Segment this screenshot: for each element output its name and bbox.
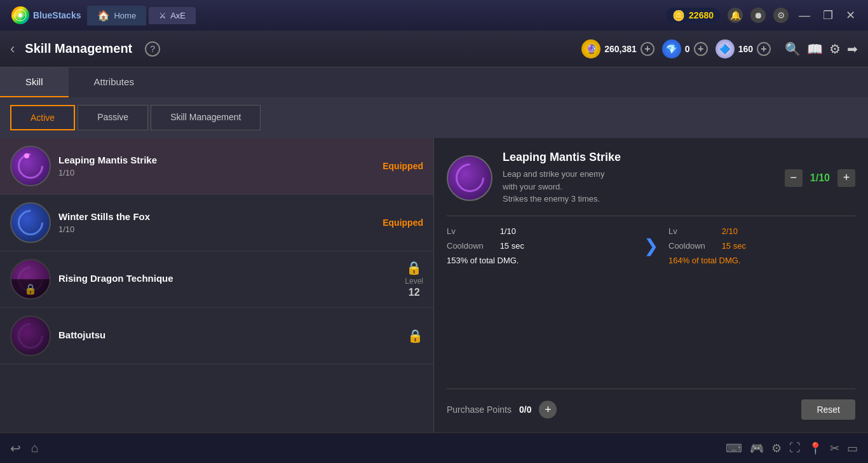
gear-icon[interactable]: ⚙ xyxy=(829,41,841,57)
dragon-icon: 🔒 xyxy=(10,259,51,300)
skill-item-leaping[interactable]: Leaping Mantis Strike 1/10 Equipped xyxy=(0,138,433,195)
battojutsu-lock-info: 🔒 xyxy=(407,328,423,343)
home-taskbar-button[interactable]: ⌂ xyxy=(31,441,39,455)
next-stats: Lv 2/10 Cooldown 15 sec 164% of total DM… xyxy=(668,226,855,265)
gamepad-icon[interactable]: 🎮 xyxy=(750,441,764,455)
level-decrease-button[interactable]: − xyxy=(785,169,803,187)
current-lv-value: 1/10 xyxy=(500,226,516,236)
dragon-lock-overlay: 🔒 xyxy=(11,279,50,298)
axe-tab[interactable]: ⚔ AxE xyxy=(149,7,196,24)
bell-icon[interactable]: 🔔 xyxy=(728,8,743,23)
settings-icon[interactable]: ⚙ xyxy=(773,8,789,23)
winter-info: Winter Stills the Fox 1/10 xyxy=(58,211,375,234)
add-gold-button[interactable]: + xyxy=(641,42,654,56)
book-icon[interactable]: 📖 xyxy=(807,41,823,57)
purchase-value: 0/0 xyxy=(519,404,531,415)
title-bar-right: 🪙 22680 🔔 ⏺ ⚙ — ❐ ✕ xyxy=(666,7,863,24)
dragon-lock-info: 🔒 Level 12 xyxy=(405,260,423,298)
sub-tabs: Active Passive Skill Management xyxy=(0,97,868,138)
scissors-icon[interactable]: ✂ xyxy=(830,441,839,455)
level-display: 1/10 xyxy=(810,172,830,184)
taskbar-right: ⌨ 🎮 ⚙ ⛶ 📍 ✂ ▭ xyxy=(726,441,858,455)
game-header: ‹ Skill Management ? 🔮 260,381 + 💎 0 + 🔷… xyxy=(0,31,868,67)
sub-tab-passive[interactable]: Passive xyxy=(78,105,148,130)
coin-icon: 🪙 xyxy=(672,10,685,22)
back-taskbar-button[interactable]: ↩ xyxy=(10,441,21,456)
white-icon: 🔷 xyxy=(715,39,735,59)
purchase-label: Purchase Points xyxy=(447,404,512,415)
record-icon[interactable]: ⏺ xyxy=(750,8,766,23)
skill-item-winter[interactable]: Winter Stills the Fox 1/10 Equipped xyxy=(0,195,433,251)
add-blue-button[interactable]: + xyxy=(694,42,708,56)
settings-taskbar-icon[interactable]: ⚙ xyxy=(771,441,782,455)
location-icon[interactable]: 📍 xyxy=(808,441,822,455)
blue-value: 0 xyxy=(685,44,690,54)
home-tab[interactable]: 🏠 Home xyxy=(87,6,146,25)
sub-tab-active[interactable]: Active xyxy=(10,105,75,130)
fullscreen-icon[interactable]: ⛶ xyxy=(789,441,801,455)
skill-list: Leaping Mantis Strike 1/10 Equipped Wint… xyxy=(0,138,434,432)
reset-button[interactable]: Reset xyxy=(801,399,855,420)
tab-skill[interactable]: Skill xyxy=(0,67,69,97)
home-tab-icon: 🏠 xyxy=(97,10,110,22)
gold-currency: 🔮 260,381 + xyxy=(581,39,654,59)
current-lv-label: Lv xyxy=(447,226,498,236)
dragon-lock-num: 12 xyxy=(409,287,420,298)
axe-tab-label: AxE xyxy=(170,11,186,20)
dragon-info: Rising Dragon Technique xyxy=(58,273,397,286)
search-icon[interactable]: 🔍 xyxy=(785,41,801,57)
leaping-level: 1/10 xyxy=(58,168,375,177)
detail-bottom: Purchase Points 0/0 + Reset xyxy=(447,389,855,420)
leaping-icon xyxy=(10,146,51,186)
restore-button[interactable]: ❐ xyxy=(820,7,836,24)
current-dmg: 153% of total DMG. xyxy=(447,256,634,265)
bs-logo-icon xyxy=(11,6,29,24)
main-content: Skill Attributes Active Passive Skill Ma… xyxy=(0,67,868,432)
sub-tab-skill-management[interactable]: Skill Management xyxy=(151,105,261,130)
detail-description: Leap and strike your enemywith your swor… xyxy=(503,168,775,205)
svg-point-2 xyxy=(18,13,22,17)
exit-icon[interactable]: ➡ xyxy=(847,41,858,57)
keyboard-icon[interactable]: ⌨ xyxy=(726,441,742,455)
white-value: 160 xyxy=(738,44,753,54)
gold-value: 260,381 xyxy=(604,44,637,54)
tab-attributes[interactable]: Attributes xyxy=(69,67,159,97)
home-tab-label: Home xyxy=(114,11,136,20)
next-cooldown-label: Cooldown xyxy=(668,241,719,251)
dragon-name: Rising Dragon Technique xyxy=(58,273,397,284)
blue-currency: 💎 0 + xyxy=(662,39,708,59)
next-lv-label: Lv xyxy=(668,226,719,236)
next-lv-value: 2/10 xyxy=(722,226,738,236)
minimize-button[interactable]: — xyxy=(796,8,813,24)
winter-name: Winter Stills the Fox xyxy=(58,211,375,222)
winter-icon xyxy=(10,202,51,243)
dragon-lock-label: Level xyxy=(405,277,423,286)
page-title: Skill Management xyxy=(25,41,132,56)
battojutsu-lock-icon: 🔒 xyxy=(407,328,423,343)
stats-comparison: Lv 1/10 Cooldown 15 sec 153% of total DM… xyxy=(447,226,855,265)
skill-item-battojutsu[interactable]: Battojutsu 🔒 xyxy=(0,308,433,364)
skill-item-dragon[interactable]: 🔒 Rising Dragon Technique 🔒 Level 12 xyxy=(0,251,433,308)
detail-skill-icon xyxy=(447,155,492,201)
title-bar: BlueStacks 🏠 Home ⚔ AxE 🪙 22680 🔔 ⏺ ⚙ — … xyxy=(0,0,868,31)
close-button[interactable]: ✕ xyxy=(843,7,858,24)
back-button[interactable]: ‹ xyxy=(10,41,15,57)
level-increase-button[interactable]: + xyxy=(837,169,855,187)
gold-icon: 🔮 xyxy=(581,39,600,59)
next-lv-row: Lv 2/10 xyxy=(668,226,855,236)
leaping-status: Equipped xyxy=(383,161,423,171)
current-cooldown-row: Cooldown 15 sec xyxy=(447,241,634,251)
help-button[interactable]: ? xyxy=(145,41,160,57)
top-tabs: Skill Attributes xyxy=(0,67,868,97)
coins-value: 22680 xyxy=(689,10,714,20)
white-currency: 🔷 160 + xyxy=(715,39,771,59)
current-lv-row: Lv 1/10 xyxy=(447,226,634,236)
content-area: Leaping Mantis Strike 1/10 Equipped Wint… xyxy=(0,138,868,432)
purchase-add-button[interactable]: + xyxy=(539,401,557,418)
window-icon[interactable]: ▭ xyxy=(847,441,858,455)
bluestacks-logo: BlueStacks xyxy=(5,6,87,24)
axe-tab-icon: ⚔ xyxy=(159,11,166,20)
add-white-button[interactable]: + xyxy=(757,42,771,56)
battojutsu-name: Battojutsu xyxy=(58,329,400,340)
current-cooldown-value: 15 sec xyxy=(500,241,524,251)
